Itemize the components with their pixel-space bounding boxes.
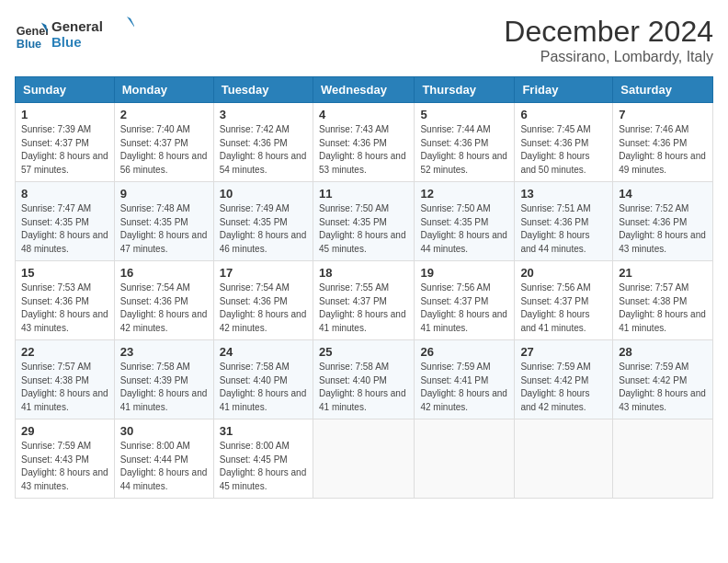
svg-text:General: General [17,25,48,38]
day-info: Sunrise: 7:59 AMSunset: 4:42 PMDaylight:… [619,361,707,414]
calendar-cell: 7Sunrise: 7:46 AMSunset: 4:36 PMDaylight… [613,103,713,182]
day-number: 26 [420,345,508,359]
location: Passirano, Lombardy, Italy [504,49,713,65]
day-info: Sunrise: 7:54 AMSunset: 4:36 PMDaylight:… [120,282,208,335]
calendar-cell [515,419,613,499]
svg-marker-5 [127,17,134,29]
day-info: Sunrise: 7:44 AMSunset: 4:36 PMDaylight:… [420,123,508,177]
day-info: Sunrise: 7:48 AMSunset: 4:35 PMDaylight:… [120,202,208,256]
calendar-cell: 3Sunrise: 7:42 AMSunset: 4:36 PMDaylight… [213,103,313,182]
day-info: Sunrise: 7:46 AMSunset: 4:36 PMDaylight:… [619,123,707,177]
day-info: Sunrise: 7:40 AMSunset: 4:37 PMDaylight:… [120,123,208,177]
calendar-week-5: 29Sunrise: 7:59 AMSunset: 4:43 PMDayligh… [16,419,713,499]
calendar-cell: 14Sunrise: 7:52 AMSunset: 4:36 PMDayligh… [613,182,713,261]
calendar-table: SundayMondayTuesdayWednesdayThursdayFrid… [15,76,713,499]
calendar-cell: 17Sunrise: 7:54 AMSunset: 4:36 PMDayligh… [213,261,313,340]
calendar-cell: 21Sunrise: 7:57 AMSunset: 4:38 PMDayligh… [613,261,713,340]
weekday-header-thursday: Thursday [415,77,515,103]
calendar-cell: 27Sunrise: 7:59 AMSunset: 4:42 PMDayligh… [515,340,613,419]
day-info: Sunrise: 7:55 AMSunset: 4:37 PMDaylight:… [319,282,408,335]
calendar-cell: 19Sunrise: 7:56 AMSunset: 4:37 PMDayligh… [415,261,515,340]
day-number: 13 [520,187,607,201]
day-info: Sunrise: 7:58 AMSunset: 4:40 PMDaylight:… [220,361,307,414]
calendar-cell: 25Sunrise: 7:58 AMSunset: 4:40 PMDayligh… [313,340,414,419]
day-info: Sunrise: 7:51 AMSunset: 4:36 PMDaylight:… [520,202,607,256]
day-info: Sunrise: 7:59 AMSunset: 4:41 PMDaylight:… [420,361,508,414]
calendar-cell: 26Sunrise: 7:59 AMSunset: 4:41 PMDayligh… [415,340,515,419]
day-number: 16 [120,266,208,280]
day-number: 3 [220,108,307,121]
day-number: 11 [319,187,408,201]
calendar-cell: 2Sunrise: 7:40 AMSunset: 4:37 PMDaylight… [114,103,213,182]
day-number: 2 [120,108,208,121]
calendar-cell: 11Sunrise: 7:50 AMSunset: 4:35 PMDayligh… [313,182,414,261]
day-info: Sunrise: 7:42 AMSunset: 4:36 PMDaylight:… [220,123,307,177]
day-info: Sunrise: 8:00 AMSunset: 4:44 PMDaylight:… [120,440,208,493]
day-info: Sunrise: 7:39 AMSunset: 4:37 PMDaylight:… [21,123,108,177]
day-number: 12 [420,187,508,201]
calendar-cell: 1Sunrise: 7:39 AMSunset: 4:37 PMDaylight… [16,103,115,182]
calendar-cell [613,419,713,499]
logo-icon: General Blue [15,18,48,52]
day-info: Sunrise: 8:00 AMSunset: 4:45 PMDaylight:… [220,440,307,493]
calendar-cell: 20Sunrise: 7:56 AMSunset: 4:37 PMDayligh… [515,261,613,340]
day-number: 23 [120,345,208,359]
weekday-header-sunday: Sunday [16,77,115,103]
calendar-cell: 16Sunrise: 7:54 AMSunset: 4:36 PMDayligh… [114,261,213,340]
calendar-cell: 29Sunrise: 7:59 AMSunset: 4:43 PMDayligh… [16,419,115,499]
day-info: Sunrise: 7:49 AMSunset: 4:35 PMDaylight:… [220,202,307,256]
calendar-cell: 6Sunrise: 7:45 AMSunset: 4:36 PMDaylight… [515,103,613,182]
day-number: 7 [619,108,707,121]
day-number: 10 [220,187,307,201]
day-number: 25 [319,345,408,359]
calendar-cell [313,419,414,499]
calendar-week-2: 8Sunrise: 7:47 AMSunset: 4:35 PMDaylight… [16,182,713,261]
day-number: 4 [319,108,408,121]
calendar-cell: 22Sunrise: 7:57 AMSunset: 4:38 PMDayligh… [16,340,115,419]
day-info: Sunrise: 7:47 AMSunset: 4:35 PMDaylight:… [21,202,108,256]
day-number: 19 [420,266,508,280]
day-number: 21 [619,266,707,280]
day-number: 30 [120,424,208,438]
calendar-week-3: 15Sunrise: 7:53 AMSunset: 4:36 PMDayligh… [16,261,713,340]
day-number: 1 [21,108,108,121]
logo-svg: General Blue [51,15,134,52]
day-number: 6 [520,108,607,121]
day-info: Sunrise: 7:57 AMSunset: 4:38 PMDaylight:… [619,282,707,335]
day-info: Sunrise: 7:45 AMSunset: 4:36 PMDaylight:… [520,123,607,177]
calendar-cell: 8Sunrise: 7:47 AMSunset: 4:35 PMDaylight… [16,182,115,261]
calendar-cell [415,419,515,499]
day-info: Sunrise: 7:59 AMSunset: 4:43 PMDaylight:… [21,440,108,493]
day-number: 20 [520,266,607,280]
calendar-cell: 10Sunrise: 7:49 AMSunset: 4:35 PMDayligh… [213,182,313,261]
calendar-week-4: 22Sunrise: 7:57 AMSunset: 4:38 PMDayligh… [16,340,713,419]
calendar-cell: 5Sunrise: 7:44 AMSunset: 4:36 PMDaylight… [415,103,515,182]
day-number: 14 [619,187,707,201]
day-number: 18 [319,266,408,280]
svg-text:Blue: Blue [51,34,82,50]
day-info: Sunrise: 7:59 AMSunset: 4:42 PMDaylight:… [520,361,607,414]
day-info: Sunrise: 7:56 AMSunset: 4:37 PMDaylight:… [420,282,508,335]
day-info: Sunrise: 7:50 AMSunset: 4:35 PMDaylight:… [420,202,508,256]
day-number: 15 [21,266,108,280]
day-number: 27 [520,345,607,359]
day-number: 9 [120,187,208,201]
day-info: Sunrise: 7:43 AMSunset: 4:36 PMDaylight:… [319,123,408,177]
day-number: 17 [220,266,307,280]
calendar-cell: 30Sunrise: 8:00 AMSunset: 4:44 PMDayligh… [114,419,213,499]
calendar-cell: 12Sunrise: 7:50 AMSunset: 4:35 PMDayligh… [415,182,515,261]
day-number: 28 [619,345,707,359]
calendar-cell: 4Sunrise: 7:43 AMSunset: 4:36 PMDaylight… [313,103,414,182]
calendar-cell: 31Sunrise: 8:00 AMSunset: 4:45 PMDayligh… [213,419,313,499]
calendar-cell: 23Sunrise: 7:58 AMSunset: 4:39 PMDayligh… [114,340,213,419]
day-info: Sunrise: 7:54 AMSunset: 4:36 PMDaylight:… [220,282,307,335]
day-number: 31 [220,424,307,438]
svg-text:General: General [51,18,103,34]
calendar-cell: 24Sunrise: 7:58 AMSunset: 4:40 PMDayligh… [213,340,313,419]
day-info: Sunrise: 7:53 AMSunset: 4:36 PMDaylight:… [21,282,108,335]
weekday-header-saturday: Saturday [613,77,713,103]
day-number: 22 [21,345,108,359]
title-block: December 2024 Passirano, Lombardy, Italy [504,15,713,65]
day-info: Sunrise: 7:58 AMSunset: 4:39 PMDaylight:… [120,361,208,414]
logo: General Blue General Blue [15,15,134,55]
